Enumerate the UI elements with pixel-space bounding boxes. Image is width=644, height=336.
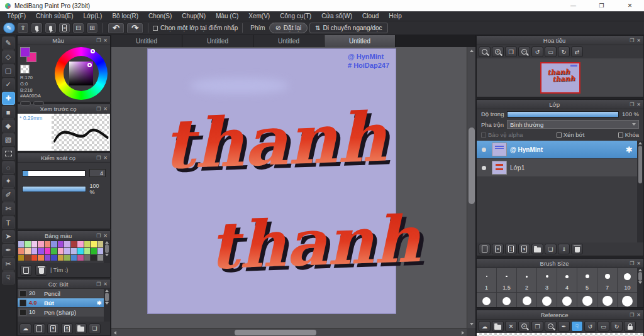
horizontal-scrollbar[interactable]	[111, 328, 467, 336]
brush-size-cell[interactable]: 4	[557, 268, 577, 292]
scroll-thumb[interactable]	[105, 293, 109, 301]
close-panel-icon[interactable]: ✕	[103, 233, 108, 239]
Pencil[interactable]: 20 Pencil	[18, 289, 104, 298]
folder-icon[interactable]	[75, 323, 87, 334]
navigator-preview[interactable]: thanh thanh	[540, 62, 580, 94]
menu-item[interactable]: Help	[384, 13, 407, 19]
scroll-down-icon[interactable]	[105, 302, 109, 305]
palette-swatch[interactable]	[45, 248, 50, 254]
select-eraser-tool[interactable]: ✄	[2, 202, 15, 215]
operation-tool[interactable]: ➤	[2, 230, 15, 243]
brush-size-cell[interactable]: 2	[517, 268, 536, 292]
duplicate-brush-icon[interactable]: ❏	[89, 323, 101, 334]
lock-checkbox[interactable]: Khóa	[618, 131, 639, 138]
Lớp1[interactable]: Lớp1	[477, 159, 637, 177]
layer-visibility-toggle[interactable]	[482, 148, 486, 152]
layer-settings-icon[interactable]: ✱	[626, 145, 633, 154]
close-panel-icon[interactable]: ✕	[636, 261, 641, 266]
menu-item[interactable]: Cloud	[357, 13, 384, 19]
sv-marker[interactable]	[87, 63, 92, 67]
scroll-thumb[interactable]	[105, 244, 109, 253]
palette-swatch[interactable]	[38, 248, 43, 254]
palette-swatch[interactable]	[18, 248, 24, 254]
document-tab[interactable]: Untitled	[325, 35, 396, 47]
maximize-button[interactable]: ❐	[587, 0, 616, 11]
lasso-tool[interactable]: ◌	[2, 161, 15, 174]
close-panel-icon[interactable]: ✕	[636, 312, 641, 318]
folder-icon[interactable]	[531, 244, 543, 254]
shape-brush-tool[interactable]: ▢	[2, 64, 15, 77]
snap-tool[interactable]: ✓	[2, 78, 15, 91]
palette-swatch[interactable]	[18, 241, 24, 247]
delete-layer-icon[interactable]	[571, 244, 583, 254]
palette-swatch[interactable]	[77, 241, 83, 247]
scroll-thumb[interactable]	[638, 146, 642, 183]
zoom-in-icon[interactable]: +	[492, 46, 504, 57]
palette-swatch[interactable]	[58, 255, 64, 261]
vertical-scroll-thumb[interactable]	[469, 127, 475, 204]
reset-button[interactable]: ⊘ Đặt lại	[269, 23, 308, 33]
brush-size-cell[interactable]	[497, 293, 516, 307]
menu-item[interactable]: Công cụ(T)	[275, 13, 316, 19]
palette-swatch[interactable]	[97, 255, 103, 261]
add-palette-color-button[interactable]	[20, 265, 32, 276]
palette-swatch[interactable]	[25, 255, 30, 261]
script-brush-icon[interactable]: S	[61, 323, 73, 334]
palette-scrollbar[interactable]	[104, 241, 110, 263]
palette-swatch[interactable]	[25, 248, 30, 254]
close-panel-icon[interactable]: ✕	[103, 38, 108, 43]
palette-swatch[interactable]	[84, 241, 90, 247]
brush-size-cell[interactable]	[517, 293, 536, 307]
palette-swatch[interactable]	[18, 255, 24, 261]
rotate-reset-icon[interactable]: ▭	[545, 46, 557, 57]
close-panel-icon[interactable]: ✕	[636, 38, 641, 43]
add-layer-menu-icon[interactable]: ▾	[518, 244, 530, 254]
merge-layer-icon[interactable]: ⇓	[558, 244, 570, 254]
canvas-board[interactable]: @ HynMint # HoiDap247 thanh thanh than	[111, 47, 475, 336]
scroll-up-icon[interactable]	[638, 269, 642, 271]
layer-opacity-slider[interactable]	[507, 111, 619, 117]
add-1bit-layer-icon[interactable]: 1	[505, 244, 517, 254]
delete-palette-color-button[interactable]	[35, 265, 47, 276]
palette-swatch[interactable]	[64, 255, 70, 261]
rotate-right-icon[interactable]: ↻	[611, 321, 623, 332]
protect-alpha-checkbox[interactable]: Bảo vệ alpha	[481, 131, 523, 138]
popout-panel-icon[interactable]: ❐	[630, 102, 634, 107]
move-tool[interactable]: ✚	[2, 92, 15, 105]
move-direction-button[interactable]: ⇅ Di chuyển ngang/dọc	[309, 23, 387, 33]
brush-size-cell[interactable]: 7	[597, 268, 617, 292]
brush-size-value[interactable]: 4	[89, 169, 106, 177]
clipping-checkbox[interactable]: Xén bớt	[557, 131, 585, 138]
zoom-out-icon[interactable]: −	[518, 46, 530, 57]
palette-swatch[interactable]	[64, 248, 70, 254]
publish-icon[interactable]: ⇪	[17, 23, 29, 33]
palette-search-label[interactable]: | Tìm :)	[50, 267, 68, 273]
menu-item[interactable]: Màu (C)	[211, 13, 243, 19]
menu-item[interactable]: Bộ lọc(R)	[107, 13, 143, 19]
palette-swatch[interactable]	[84, 255, 90, 261]
rotate-left-icon[interactable]: ↺	[531, 46, 543, 57]
popout-panel-icon[interactable]: ❐	[96, 38, 101, 43]
duplicate-layer-icon[interactable]: ❏	[545, 244, 557, 254]
brush-size-cell[interactable]: 3	[537, 268, 557, 292]
brush-size-slider[interactable]	[22, 170, 86, 176]
palette-swatch[interactable]	[38, 241, 43, 247]
lock-icon[interactable]	[624, 321, 636, 332]
add-halftone-layer-icon[interactable]: ≡	[492, 244, 504, 254]
scroll-down-button[interactable]	[467, 320, 475, 328]
popout-panel-icon[interactable]: ❐	[96, 155, 101, 161]
hand-icon[interactable]: ☟	[571, 321, 583, 332]
palette-swatch[interactable]	[51, 241, 57, 247]
palette-swatch[interactable]	[58, 241, 64, 247]
cloud-icon[interactable]: ☁	[479, 321, 491, 332]
palette-swatch[interactable]	[38, 255, 43, 261]
palette-swatch[interactable]	[58, 248, 64, 254]
horizontal-scroll-thumb[interactable]	[235, 330, 316, 335]
add-layer-icon[interactable]	[479, 244, 491, 254]
close-panel-icon[interactable]: ✕	[636, 102, 641, 107]
palette-swatch[interactable]	[31, 241, 37, 247]
brush-size-cell[interactable]	[477, 293, 496, 307]
paint-mode-icon[interactable]: ✎	[3, 23, 15, 33]
clear-icon[interactable]: ✕	[505, 321, 517, 332]
document-tab[interactable]: Untitled	[182, 35, 253, 47]
